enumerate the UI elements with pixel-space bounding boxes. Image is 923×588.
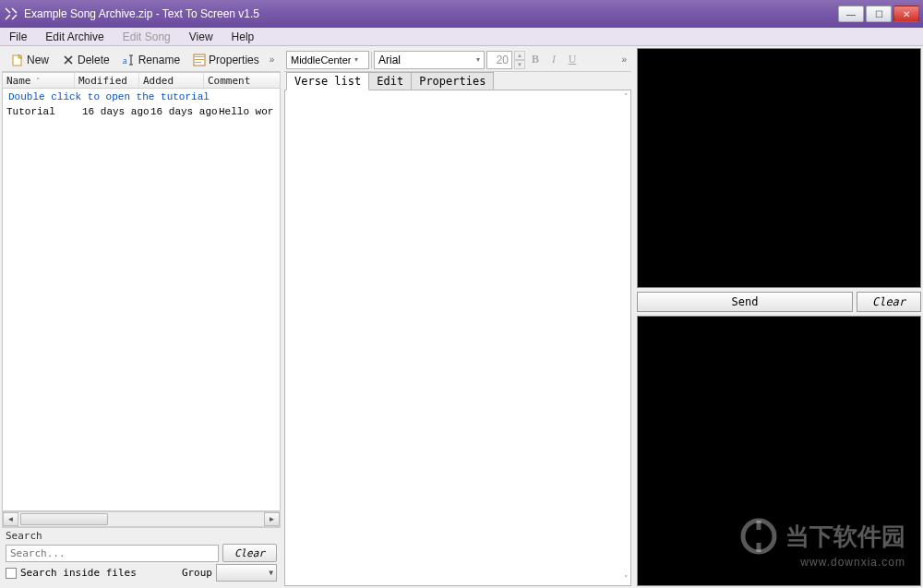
- delete-icon: [62, 54, 75, 66]
- col-name[interactable]: Name: [3, 73, 75, 88]
- col-added[interactable]: Added: [139, 73, 204, 88]
- hscrollbar[interactable]: ◄ ►: [2, 511, 281, 527]
- rename-label: Rename: [138, 54, 180, 66]
- new-button[interactable]: New: [6, 51, 54, 69]
- watermark: 当下软件园 www.downxia.com: [739, 517, 905, 569]
- clear-button[interactable]: Clear: [857, 292, 921, 312]
- menu-bar: File Edit Archive Edit Song View Help: [0, 28, 923, 46]
- close-button[interactable]: ✕: [893, 6, 919, 22]
- svg-rect-3: [195, 56, 204, 57]
- watermark-url: www.downxia.com: [739, 556, 905, 569]
- scroll-thumb[interactable]: [20, 513, 108, 525]
- menu-help[interactable]: Help: [228, 29, 258, 45]
- cell-modified: 16 days ago: [82, 106, 150, 117]
- cell-added: 16 days ago: [150, 106, 219, 117]
- left-panel: New Delete a Rename Properties » Name Mo…: [2, 48, 281, 586]
- new-label: New: [27, 54, 49, 66]
- spin-down[interactable]: ▼: [514, 60, 525, 69]
- rename-icon: a: [123, 54, 136, 66]
- font-value: Arial: [378, 54, 473, 66]
- font-combo[interactable]: Arial▾: [374, 51, 485, 69]
- list-body[interactable]: Double click to open the tutorial Tutori…: [2, 89, 281, 511]
- tab-strip: Verse list Edit Properties: [284, 72, 631, 90]
- mid-panel: MiddleCenter▾ Arial▾ ▲ ▼ B I U » Verse l…: [284, 48, 631, 586]
- properties-icon: [193, 54, 206, 66]
- spin-up[interactable]: ▲: [514, 51, 525, 60]
- search-panel: Search Clear Search inside files Group ▼: [2, 527, 281, 586]
- list-group-header[interactable]: Double click to open the tutorial: [3, 89, 280, 105]
- preview-top: [637, 48, 921, 288]
- align-combo[interactable]: MiddleCenter▾: [286, 51, 369, 69]
- maximize-button[interactable]: ☐: [866, 6, 892, 22]
- properties-button[interactable]: Properties: [187, 51, 265, 69]
- underline-button[interactable]: U: [564, 51, 581, 69]
- group-label: Group: [182, 567, 212, 579]
- svg-rect-4: [195, 59, 204, 60]
- send-button[interactable]: Send: [637, 292, 853, 312]
- app-icon: [4, 6, 18, 21]
- scroll-down-icon[interactable]: ˅: [624, 574, 629, 583]
- cell-comment: Hello wor: [219, 106, 276, 117]
- scroll-up-icon[interactable]: ˄: [624, 92, 629, 102]
- delete-label: Delete: [78, 54, 110, 66]
- list-row[interactable]: Tutorial 16 days ago 16 days ago Hello w…: [3, 105, 280, 118]
- search-heading: Search: [6, 530, 277, 542]
- svg-point-6: [743, 521, 774, 552]
- cell-name: Tutorial: [6, 106, 82, 117]
- minimize-button[interactable]: —: [838, 6, 864, 22]
- search-inside-checkbox[interactable]: [6, 568, 17, 579]
- preview-bottom: 当下软件园 www.downxia.com: [637, 316, 921, 586]
- font-size-input[interactable]: [486, 51, 512, 69]
- italic-button[interactable]: I: [545, 51, 562, 69]
- menu-edit-song: Edit Song: [119, 29, 174, 45]
- group-combo[interactable]: ▼: [216, 564, 277, 582]
- verse-list-area[interactable]: ˄ ˅: [284, 90, 631, 586]
- scroll-left-icon[interactable]: ◄: [3, 512, 18, 526]
- tab-edit[interactable]: Edit: [368, 72, 412, 90]
- col-comment[interactable]: Comment: [204, 73, 280, 88]
- search-clear-button[interactable]: Clear: [222, 544, 277, 562]
- title-bar: Example Song Archive.zip - Text To Scree…: [0, 0, 923, 28]
- scroll-right-icon[interactable]: ►: [264, 512, 280, 526]
- svg-text:a: a: [123, 55, 127, 66]
- properties-label: Properties: [209, 54, 259, 66]
- tab-properties[interactable]: Properties: [411, 72, 494, 90]
- list-header: Name Modified Added Comment: [2, 72, 281, 89]
- menu-view[interactable]: View: [186, 29, 217, 45]
- window-title: Example Song Archive.zip - Text To Scree…: [24, 7, 836, 20]
- rename-button[interactable]: a Rename: [117, 51, 186, 69]
- watermark-text: 当下软件园: [785, 521, 905, 553]
- format-toolbar: MiddleCenter▾ Arial▾ ▲ ▼ B I U »: [284, 48, 631, 72]
- bold-button[interactable]: B: [527, 51, 544, 69]
- align-value: MiddleCenter: [291, 54, 351, 66]
- col-modified[interactable]: Modified: [75, 73, 139, 88]
- svg-rect-5: [195, 62, 201, 63]
- watermark-icon: [739, 517, 778, 556]
- menu-edit-archive[interactable]: Edit Archive: [42, 29, 107, 45]
- menu-file[interactable]: File: [6, 29, 30, 45]
- delete-button[interactable]: Delete: [56, 51, 115, 69]
- search-inside-label: Search inside files: [20, 567, 178, 579]
- search-input[interactable]: [6, 545, 219, 562]
- new-icon: [11, 54, 24, 66]
- tab-verse-list[interactable]: Verse list: [286, 72, 369, 90]
- scroll-track[interactable]: [18, 512, 264, 526]
- archive-toolbar: New Delete a Rename Properties »: [2, 48, 281, 72]
- format-overflow-icon[interactable]: »: [618, 54, 629, 65]
- right-panel: Send Clear 当下软件园 www.downxia.com: [635, 48, 921, 586]
- toolbar-overflow-icon[interactable]: »: [267, 54, 278, 65]
